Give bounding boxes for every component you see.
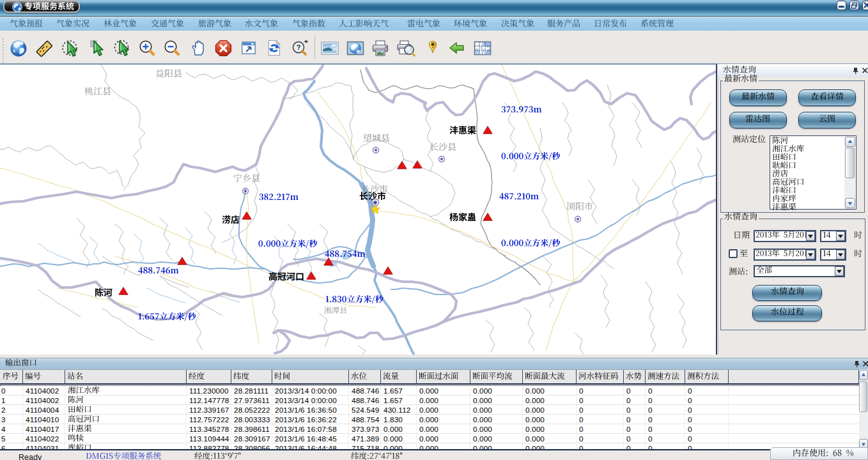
- svg-text:?: ?: [297, 43, 301, 51]
